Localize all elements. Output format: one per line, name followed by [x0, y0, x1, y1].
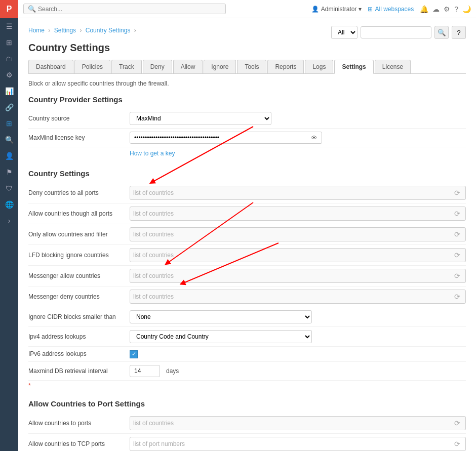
- only-allow-field[interactable]: list of countries ⟳: [130, 227, 466, 241]
- ipv4-control: Country Code and Country: [130, 330, 466, 343]
- messenger-deny-field[interactable]: list of countries ⟳: [130, 290, 466, 304]
- admin-menu[interactable]: 👤 Administrator ▾: [311, 6, 362, 13]
- allow-tcp-icon[interactable]: ⟳: [452, 440, 462, 448]
- tab-deny[interactable]: Deny: [143, 60, 172, 73]
- search-input[interactable]: [38, 6, 221, 13]
- messenger-allow-field[interactable]: list of countries ⟳: [130, 269, 466, 283]
- lfd-field[interactable]: list of countries ⟳: [130, 248, 466, 262]
- admin-icon: 👤: [311, 6, 319, 13]
- messenger-deny-label: Messenger deny countries: [28, 293, 130, 300]
- sidebar-icon-shield[interactable]: 🛡: [0, 180, 18, 196]
- sidebar-icon-chart[interactable]: 📊: [0, 83, 18, 99]
- ipv4-row: Ipv4 address lookups Country Code and Co…: [28, 327, 466, 347]
- only-allow-icon[interactable]: ⟳: [452, 230, 462, 238]
- main-wrapper: 🔍 👤 Administrator ▾ ⊞ All webspaces 🔔 ☁ …: [18, 0, 476, 451]
- content-inner: Home › Settings › Country Settings › All…: [18, 18, 476, 451]
- page-title: Country Settings: [28, 42, 466, 54]
- webspaces-label: All webspaces: [375, 6, 414, 13]
- allow-ports-icon[interactable]: ⟳: [452, 419, 462, 427]
- ignore-cidr-control: None: [130, 310, 466, 323]
- ignore-cidr-select[interactable]: None: [130, 310, 312, 323]
- sidebar-icon-flag[interactable]: ⚑: [0, 164, 18, 180]
- tab-logs[interactable]: Logs: [305, 60, 333, 73]
- ipv6-label: IPv6 address lookups: [28, 350, 130, 357]
- sidebar-icon-folder[interactable]: 🗀: [0, 51, 18, 67]
- cloud-icon[interactable]: ☁: [432, 5, 440, 13]
- ipv4-select[interactable]: Country Code and Country: [130, 330, 312, 343]
- filter-input[interactable]: [361, 26, 431, 38]
- webspaces-menu[interactable]: ⊞ All webspaces: [368, 6, 414, 13]
- tab-tools[interactable]: Tools: [237, 60, 266, 73]
- page-description: Block or allow specific countries throug…: [28, 80, 466, 87]
- tab-settings[interactable]: Settings: [334, 60, 373, 74]
- search-box[interactable]: 🔍: [23, 4, 226, 14]
- messenger-allow-row: Messenger allow countries list of countr…: [28, 266, 466, 286]
- messenger-allow-icon[interactable]: ⟳: [452, 272, 462, 280]
- db-interval-row: Maxmind DB retrieval interval days: [28, 362, 466, 381]
- sidebar-icon-arrow[interactable]: ›: [0, 213, 18, 229]
- section-provider-heading: Country Provider Settings: [28, 95, 466, 104]
- sidebar-icon-search[interactable]: 🔍: [0, 132, 18, 148]
- sidebar-logo[interactable]: P: [0, 0, 18, 18]
- bell-icon[interactable]: 🔔: [420, 5, 428, 13]
- deny-all-ports-row: Deny countries to all ports list of coun…: [28, 183, 466, 203]
- breadcrumb-home[interactable]: Home: [28, 27, 45, 34]
- ipv6-row: IPv6 address lookups ✓: [28, 347, 466, 362]
- allow-ports-row: Allow countries to ports list of countri…: [28, 413, 466, 434]
- tabs-bar: Dashboard Policies Track Deny Allow Igno…: [28, 60, 466, 74]
- sidebar-icon-grid[interactable]: ⊞: [0, 34, 18, 51]
- tab-track[interactable]: Track: [111, 60, 142, 73]
- breadcrumb-settings[interactable]: Settings: [54, 27, 76, 34]
- deny-all-ports-field[interactable]: list of countries ⟳: [130, 186, 466, 200]
- tab-allow[interactable]: Allow: [173, 60, 203, 73]
- allow-all-ports-icon[interactable]: ⟳: [452, 210, 462, 218]
- license-row: MaxMind license key 👁: [28, 129, 466, 147]
- messenger-deny-icon[interactable]: ⟳: [452, 293, 462, 301]
- content-area: Home › Settings › Country Settings › All…: [18, 18, 476, 451]
- filter-select[interactable]: All: [331, 26, 358, 39]
- topbar: 🔍 👤 Administrator ▾ ⊞ All webspaces 🔔 ☁ …: [18, 0, 476, 18]
- sidebar: P ☰ ⊞ 🗀 ⚙ 📊 🔗 ⊞ 🔍 👤 ⚑ 🛡 🌐 ›: [0, 0, 18, 451]
- show-password-icon[interactable]: 👁: [307, 134, 322, 142]
- lfd-icon[interactable]: ⟳: [452, 251, 462, 259]
- sidebar-icon-link[interactable]: 🔗: [0, 99, 18, 115]
- allow-all-ports-field[interactable]: list of countries ⟳: [130, 207, 466, 221]
- license-label: MaxMind license key: [28, 134, 130, 141]
- sidebar-icon-menu[interactable]: ☰: [0, 18, 18, 34]
- license-input[interactable]: [130, 132, 307, 143]
- webspaces-icon: ⊞: [368, 6, 373, 13]
- filter-search-button[interactable]: 🔍: [434, 26, 449, 39]
- allow-tcp-field[interactable]: list of port numbers ⟳: [130, 437, 466, 451]
- ipv6-checkbox[interactable]: ✓: [130, 350, 138, 358]
- db-interval-input[interactable]: [130, 365, 160, 377]
- tab-policies[interactable]: Policies: [74, 60, 110, 73]
- settings-icon[interactable]: ⚙: [444, 5, 450, 13]
- sidebar-icon-blocks[interactable]: ⊞: [0, 115, 18, 132]
- source-select[interactable]: MaxMind: [130, 112, 271, 125]
- db-interval-label: Maxmind DB retrieval interval: [28, 367, 130, 375]
- tab-license[interactable]: License: [375, 60, 411, 73]
- sidebar-icon-user[interactable]: 👤: [0, 148, 18, 164]
- ignore-cidr-label: Ignore CIDR blocks smaller than: [28, 313, 130, 320]
- filter-row: All 🔍 ?: [331, 26, 466, 39]
- source-row: Country source MaxMind: [28, 109, 466, 129]
- moon-icon[interactable]: 🌙: [462, 5, 471, 13]
- allow-ports-field[interactable]: list of countries ⟳: [130, 416, 466, 430]
- breadcrumb: Home › Settings › Country Settings ›: [28, 27, 138, 34]
- allow-tcp-label: Allow countries to TCP ports: [28, 440, 130, 447]
- allow-ports-label: Allow countries to ports: [28, 420, 130, 427]
- filter-help-button[interactable]: ?: [452, 26, 466, 39]
- deny-all-ports-label: Deny countries to all ports: [28, 189, 130, 196]
- search-icon: 🔍: [28, 5, 36, 13]
- sidebar-icon-gear[interactable]: ⚙: [0, 67, 18, 83]
- tab-reports[interactable]: Reports: [267, 60, 304, 73]
- messenger-deny-row: Messenger deny countries list of countri…: [28, 286, 466, 307]
- how-to-get-key-link[interactable]: How to get a key: [130, 150, 175, 157]
- sidebar-icon-globe[interactable]: 🌐: [0, 196, 18, 213]
- help-icon[interactable]: ?: [454, 5, 458, 13]
- tab-dashboard[interactable]: Dashboard: [28, 60, 73, 73]
- required-asterisk: *: [28, 382, 31, 389]
- tab-ignore[interactable]: Ignore: [204, 60, 236, 73]
- deny-all-ports-icon[interactable]: ⟳: [452, 189, 462, 197]
- breadcrumb-country-settings[interactable]: Country Settings: [86, 27, 131, 34]
